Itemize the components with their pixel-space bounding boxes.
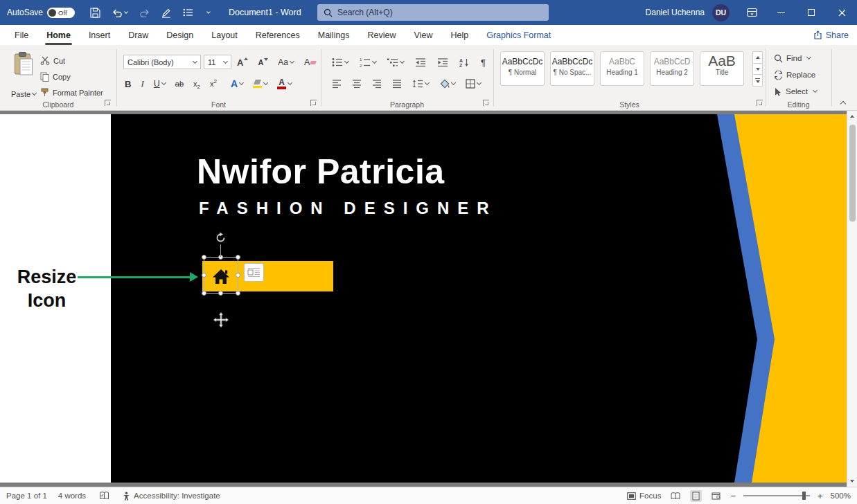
- selection-box[interactable]: [204, 257, 238, 294]
- italic-button[interactable]: I: [139, 78, 145, 89]
- text-highlight-button[interactable]: [251, 80, 269, 88]
- user-avatar[interactable]: DU: [712, 4, 730, 21]
- close-button[interactable]: [827, 0, 857, 25]
- clipboard-dialog-launcher-icon[interactable]: [105, 100, 111, 106]
- align-left-button[interactable]: [330, 79, 343, 89]
- style-heading-1[interactable]: AaBbC Heading 1: [600, 51, 644, 86]
- vertical-scrollbar[interactable]: [847, 111, 857, 487]
- sort-button[interactable]: AZ: [458, 57, 471, 67]
- shading-button[interactable]: [438, 79, 457, 89]
- align-right-button[interactable]: [371, 79, 383, 89]
- editor-pen-icon[interactable]: [161, 8, 171, 18]
- zoom-slider-thumb[interactable]: [802, 492, 806, 500]
- word-count-status[interactable]: 4 words: [58, 492, 86, 500]
- find-button[interactable]: Find: [774, 51, 811, 65]
- font-color-button[interactable]: A: [276, 79, 293, 89]
- search-box[interactable]: [317, 4, 549, 21]
- font-size-combo[interactable]: 11: [204, 55, 231, 69]
- read-mode-button[interactable]: [669, 491, 682, 501]
- tab-insert[interactable]: Insert: [80, 25, 119, 45]
- paragraph-dialog-launcher-icon[interactable]: [483, 100, 489, 106]
- resize-handle-nw[interactable]: [202, 255, 206, 260]
- autosave-toggle[interactable]: Off: [47, 8, 75, 18]
- style-no-spacing[interactable]: AaBbCcDc ¶ No Spac...: [550, 51, 594, 86]
- decrease-indent-button[interactable]: [414, 57, 427, 67]
- user-name[interactable]: Daniel Uchenna: [646, 8, 705, 17]
- font-dialog-launcher-icon[interactable]: [310, 100, 317, 106]
- zoom-slider[interactable]: [743, 495, 810, 496]
- tab-file[interactable]: File: [6, 25, 37, 45]
- show-formatting-marks-button[interactable]: ¶: [479, 57, 487, 68]
- change-case-button[interactable]: Aa: [276, 57, 295, 67]
- copy-button[interactable]: Copy: [40, 69, 71, 84]
- print-layout-button[interactable]: [690, 490, 702, 502]
- scrollbar-thumb[interactable]: [849, 125, 856, 222]
- page-number-status[interactable]: Page 1 of 1: [6, 492, 47, 500]
- resize-handle-e[interactable]: [236, 273, 240, 278]
- tab-review[interactable]: Review: [359, 25, 405, 45]
- tab-view[interactable]: View: [405, 25, 442, 45]
- tab-home[interactable]: Home: [37, 25, 80, 45]
- bullets-button[interactable]: [330, 57, 350, 67]
- styles-gallery-more-icon[interactable]: [752, 74, 763, 87]
- accessibility-status[interactable]: Accessibility: Investigate: [123, 492, 220, 501]
- shrink-font-button[interactable]: A: [256, 58, 269, 66]
- undo-button[interactable]: [112, 8, 127, 17]
- bulleted-list-icon[interactable]: [183, 8, 193, 17]
- resize-handle-se[interactable]: [236, 291, 240, 296]
- card-subtitle-text[interactable]: FASHION DESIGNER: [199, 199, 497, 218]
- styles-scroll-down-icon[interactable]: [752, 63, 763, 75]
- styles-dialog-launcher-icon[interactable]: [757, 100, 763, 106]
- search-input[interactable]: [337, 8, 542, 17]
- underline-button[interactable]: U: [152, 79, 167, 89]
- cut-button[interactable]: Cut: [40, 53, 65, 68]
- minimize-button[interactable]: [766, 0, 796, 25]
- tab-draw[interactable]: Draw: [119, 25, 157, 45]
- clear-formatting-button[interactable]: A: [303, 57, 317, 67]
- share-button[interactable]: Share: [813, 25, 849, 45]
- redo-button[interactable]: [139, 8, 150, 17]
- font-name-combo[interactable]: Calibri (Body): [123, 55, 201, 69]
- align-center-button[interactable]: [351, 79, 363, 89]
- layout-options-button[interactable]: [244, 263, 264, 282]
- resize-handle-ne[interactable]: [236, 255, 240, 260]
- tab-layout[interactable]: Layout: [202, 25, 247, 45]
- subscript-button[interactable]: x2: [192, 80, 202, 88]
- numbering-button[interactable]: 12: [358, 57, 378, 67]
- text-effects-button[interactable]: A: [229, 78, 245, 89]
- format-painter-button[interactable]: Format Painter: [40, 85, 103, 100]
- replace-button[interactable]: Replace: [774, 68, 815, 82]
- tab-mailings[interactable]: Mailings: [309, 25, 359, 45]
- scroll-down-icon[interactable]: [850, 480, 854, 483]
- qat-customize-chevron-icon[interactable]: [205, 12, 210, 13]
- rotate-handle-icon[interactable]: [215, 232, 227, 246]
- tab-help[interactable]: Help: [441, 25, 477, 45]
- select-button[interactable]: Select: [774, 84, 817, 98]
- style-title[interactable]: AaB Title: [700, 51, 744, 86]
- move-cursor-icon[interactable]: [213, 312, 229, 331]
- document-page[interactable]: Nwifor Patricia FASHION DESIGNER: [0, 114, 847, 483]
- tab-design[interactable]: Design: [157, 25, 202, 45]
- style-heading-2[interactable]: AaBbCcD Heading 2: [650, 51, 694, 86]
- strikethrough-button[interactable]: ab: [174, 80, 185, 88]
- resize-handle-s[interactable]: [218, 291, 223, 296]
- style-normal[interactable]: AaBbCcDc ¶ Normal: [500, 51, 545, 86]
- justify-button[interactable]: [391, 79, 403, 89]
- proofing-errors-icon[interactable]: [97, 490, 112, 501]
- scroll-up-icon[interactable]: [850, 115, 854, 118]
- line-spacing-button[interactable]: [411, 79, 430, 89]
- resize-handle-w[interactable]: [202, 273, 206, 278]
- tab-references[interactable]: References: [247, 25, 309, 45]
- card-name-text[interactable]: Nwifor Patricia: [197, 152, 445, 192]
- multilevel-list-button[interactable]: [386, 57, 405, 67]
- maximize-button[interactable]: [796, 0, 827, 25]
- paste-button[interactable]: Paste: [7, 48, 40, 101]
- tab-graphics-format[interactable]: Graphics Format: [477, 25, 560, 45]
- borders-button[interactable]: [464, 79, 482, 89]
- collapse-ribbon-chevron-icon[interactable]: [838, 98, 848, 107]
- web-layout-button[interactable]: [709, 491, 723, 501]
- resize-handle-sw[interactable]: [202, 291, 206, 296]
- styles-scroll-up-icon[interactable]: [752, 51, 763, 64]
- zoom-out-button[interactable]: −: [730, 491, 736, 501]
- bold-button[interactable]: B: [123, 79, 132, 89]
